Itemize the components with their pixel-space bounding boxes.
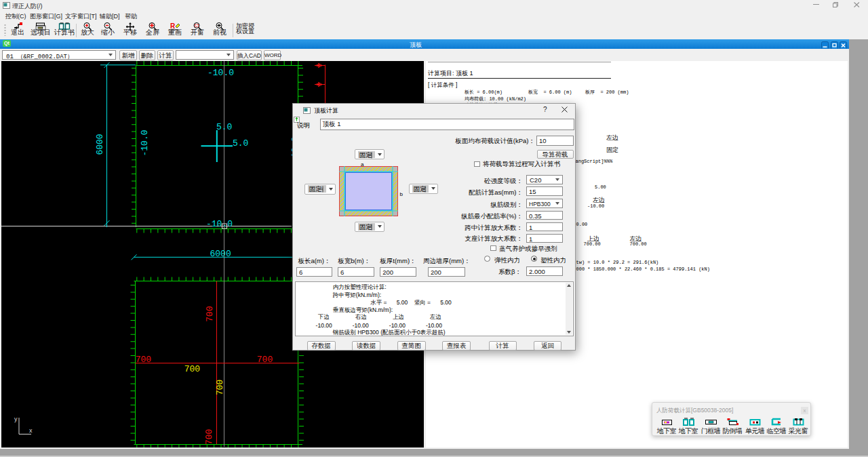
svg-text:700: 700 bbox=[136, 355, 151, 365]
svg-text:700: 700 bbox=[257, 355, 273, 365]
svg-text:700: 700 bbox=[184, 364, 200, 374]
svg-text:-10.0: -10.0 bbox=[206, 219, 233, 229]
svg-text:700: 700 bbox=[205, 306, 215, 321]
svg-text:x: x bbox=[29, 427, 33, 434]
svg-text:700: 700 bbox=[215, 380, 225, 395]
svg-text:700: 700 bbox=[204, 429, 214, 445]
svg-text:6000: 6000 bbox=[210, 249, 231, 259]
svg-text:-10.0: -10.0 bbox=[140, 130, 150, 156]
svg-text:5.0: 5.0 bbox=[233, 138, 248, 148]
svg-text:5.0: 5.0 bbox=[216, 122, 232, 132]
svg-text:6000: 6000 bbox=[95, 134, 105, 155]
svg-text:-10.0: -10.0 bbox=[208, 68, 234, 78]
svg-text:y: y bbox=[14, 416, 18, 422]
